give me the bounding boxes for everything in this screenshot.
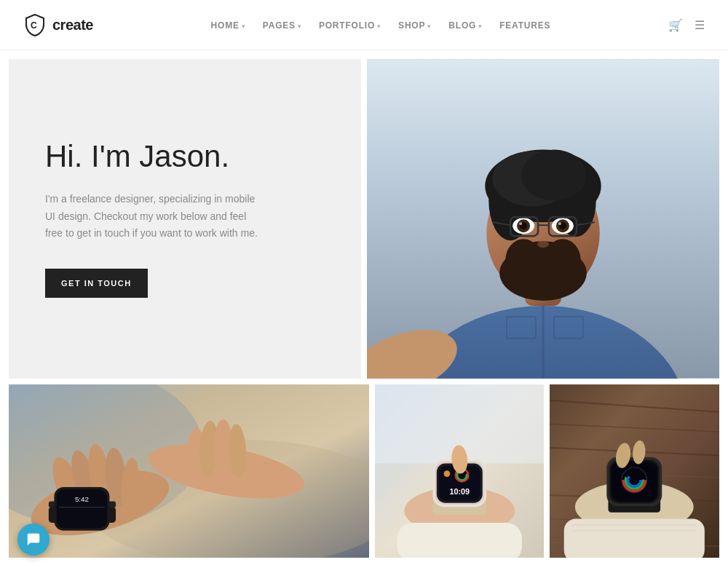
nav-link-portfolio[interactable]: PORTFOLIO	[319, 20, 375, 31]
hero-description: I'm a freelance designer, specializing i…	[45, 191, 264, 242]
logo-text: create	[52, 17, 93, 33]
nav-links: HOME▾ PAGES▾ PORTFOLIO▾ SHOP▾ BLOG▾ FEAT…	[211, 18, 551, 31]
svg-point-32	[537, 240, 549, 248]
nav-icons: 🛒 ☰	[668, 18, 705, 32]
chevron-down-icon: ▾	[478, 23, 482, 30]
svg-point-22	[519, 222, 522, 225]
get-in-touch-button[interactable]: GET IN TOUCH	[45, 269, 148, 298]
chevron-down-icon: ▾	[377, 23, 381, 30]
svg-text:C: C	[31, 20, 37, 31]
svg-rect-87	[612, 462, 657, 500]
main-grid: Hi. I'm Jason. I'm a freelance designer,…	[0, 50, 728, 566]
logo-shield-icon: C	[23, 13, 47, 36]
svg-text:5:42: 5:42	[75, 494, 89, 502]
cart-icon[interactable]: 🛒	[668, 18, 683, 32]
watch-hands-photo-2: 10:09	[375, 384, 545, 558]
svg-text:10:09: 10:09	[449, 486, 470, 495]
svg-point-26	[558, 222, 561, 225]
nav-link-home[interactable]: HOME	[211, 20, 240, 31]
hamburger-menu-icon[interactable]: ☰	[695, 18, 705, 32]
chevron-down-icon: ▾	[427, 23, 431, 30]
watch-photo-large: 5:42	[9, 384, 369, 558]
svg-rect-57	[397, 522, 521, 558]
nav-link-features[interactable]: FEATURES	[499, 20, 550, 31]
chat-bubble-icon	[25, 531, 41, 548]
hero-photo-panel	[367, 59, 719, 379]
logo[interactable]: C create	[23, 13, 93, 36]
bottom-row: 5:42	[9, 384, 719, 558]
nav-item-features[interactable]: FEATURES	[499, 18, 550, 31]
watch-dark-wood-photo	[550, 384, 719, 558]
nav-item-portfolio[interactable]: PORTFOLIO▾	[319, 18, 381, 31]
nav-item-shop[interactable]: SHOP▾	[398, 18, 431, 31]
nav-link-shop[interactable]: SHOP	[398, 20, 425, 31]
nav-item-home[interactable]: HOME▾	[211, 18, 245, 31]
svg-point-64	[443, 470, 450, 477]
chevron-down-icon: ▾	[242, 23, 245, 30]
person-photo	[367, 59, 719, 379]
navbar: C create HOME▾ PAGES▾ PORTFOLIO▾ SHOP▾ B…	[0, 0, 728, 50]
svg-point-14	[521, 150, 587, 201]
chevron-down-icon: ▾	[298, 23, 301, 30]
chat-button[interactable]	[17, 523, 50, 556]
svg-rect-48	[59, 507, 105, 507]
watch-photo-medium: 10:09	[375, 384, 545, 558]
hero-left-panel: Hi. I'm Jason. I'm a freelance designer,…	[9, 59, 361, 379]
watch-photo-dark	[550, 384, 719, 558]
watch-hands-photo-1: 5:42	[9, 384, 369, 558]
hero-title: Hi. I'm Jason.	[45, 140, 325, 173]
nav-link-pages[interactable]: PAGES	[263, 20, 296, 31]
nav-item-blog[interactable]: BLOG▾	[448, 18, 482, 31]
nav-item-pages[interactable]: PAGES▾	[263, 18, 301, 31]
nav-link-blog[interactable]: BLOG	[448, 20, 476, 31]
